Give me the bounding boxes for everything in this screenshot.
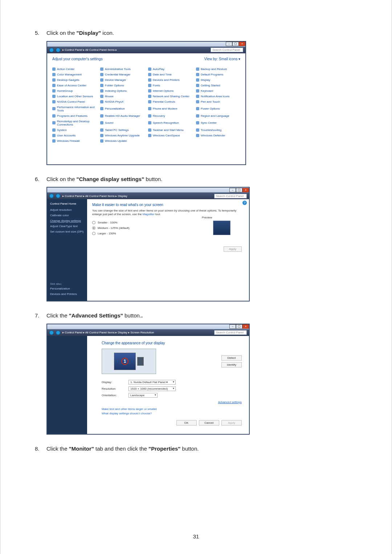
identify-button[interactable]: Identify — [221, 362, 242, 368]
control-panel-item-action-center[interactable]: Action Center — [52, 67, 97, 71]
link-make-text-larger[interactable]: Make text and other items larger or smal… — [102, 407, 242, 411]
control-panel-item-desktop-gadgets[interactable]: Desktop Gadgets — [52, 78, 97, 82]
control-panel-item-programs-and-features[interactable]: Programs and Features — [52, 114, 97, 118]
minimize-icon[interactable]: – — [226, 42, 232, 46]
control-panel-item-homegroup[interactable]: HomeGroup — [52, 89, 97, 93]
control-panel-item-power-options[interactable]: Power Options — [196, 106, 240, 112]
maximize-icon[interactable]: ▢ — [232, 42, 239, 46]
sidebar-link-calibrate-color[interactable]: Calibrate color — [50, 214, 84, 217]
cancel-button[interactable]: Cancel — [199, 420, 219, 426]
control-panel-item-ease-of-access-center[interactable]: Ease of Access Center — [52, 84, 97, 87]
display-preview-box[interactable]: 1 — [102, 349, 156, 374]
control-panel-item-sound[interactable]: Sound — [100, 120, 144, 126]
control-panel-item-device-manager[interactable]: Device Manager — [100, 78, 144, 82]
control-panel-item-windows-anytime-upgrade[interactable]: Windows Anytime Upgrade — [100, 134, 144, 137]
control-panel-item-folder-options[interactable]: Folder Options — [100, 84, 144, 87]
control-panel-item-backup-and-restore[interactable]: Backup and Restore — [196, 67, 240, 71]
control-panel-item-taskbar-and-start-menu[interactable]: Taskbar and Start Menu — [148, 128, 192, 132]
control-panel-item-display[interactable]: Display — [196, 78, 240, 82]
forward-icon[interactable] — [56, 48, 60, 52]
control-panel-item-fonts[interactable]: Fonts — [148, 84, 192, 87]
see-also-personalization[interactable]: Personalization — [50, 287, 77, 290]
link-what-display-settings[interactable]: What display settings should I choose? — [102, 412, 242, 415]
search-input[interactable]: Search Control Panel — [214, 330, 247, 335]
control-panel-item-mouse[interactable]: Mouse — [100, 95, 144, 98]
detect-button[interactable]: Detect — [221, 355, 242, 361]
search-input[interactable]: Search Control Panel — [211, 48, 243, 52]
control-panel-item-color-management[interactable]: Color Management — [52, 73, 97, 76]
control-panel-item-credential-manager[interactable]: Credential Manager — [100, 73, 144, 76]
sidebar-link-cleartype[interactable]: Adjust ClearType text — [50, 225, 84, 228]
breadcrumb[interactable]: ▸ Control Panel ▸ All Control Panel Item… — [62, 331, 154, 334]
maximize-icon[interactable]: ▢ — [236, 188, 242, 192]
search-input[interactable]: Search Control Panel — [214, 194, 247, 198]
view-by-selector[interactable]: View by: Small icons ▾ — [204, 57, 240, 61]
monitor-1-icon[interactable]: 1 — [114, 353, 136, 370]
close-icon[interactable]: × — [242, 324, 249, 329]
control-panel-item-recovery[interactable]: Recovery — [148, 114, 192, 118]
back-icon[interactable] — [49, 194, 54, 198]
apply-button[interactable]: Apply — [221, 420, 242, 426]
control-panel-item-personalization[interactable]: Personalization — [100, 106, 144, 112]
ok-button[interactable]: OK — [176, 420, 197, 426]
control-panel-home-link[interactable]: Control Panel Home — [50, 202, 84, 205]
control-panel-item-administrative-tools[interactable]: Administrative Tools — [100, 67, 144, 71]
control-panel-item-tablet-pc-settings[interactable]: Tablet PC Settings — [100, 128, 144, 132]
forward-icon[interactable] — [56, 194, 60, 198]
control-panel-item-windows-defender[interactable]: Windows Defender — [196, 134, 240, 137]
control-panel-item-parental-controls[interactable]: Parental Controls — [148, 100, 192, 103]
radio-larger[interactable] — [92, 232, 95, 235]
control-panel-item-realtek-hd-audio-manager[interactable]: Realtek HD Audio Manager — [100, 114, 144, 118]
control-panel-item-date-and-time[interactable]: Date and Time — [148, 73, 192, 76]
control-panel-item-autoplay[interactable]: AutoPlay — [148, 67, 192, 71]
control-panel-item-remoteapp-and-desktop-connections[interactable]: RemoteApp and Desktop Connections — [52, 120, 97, 126]
maximize-icon[interactable]: ▢ — [236, 324, 242, 329]
sidebar-link-custom-dpi[interactable]: Set custom text size (DPI) — [50, 230, 84, 233]
magnifier-link[interactable]: Magnifier — [143, 213, 155, 216]
control-panel-item-phone-and-modem[interactable]: Phone and Modem — [148, 106, 192, 112]
control-panel-item-user-accounts[interactable]: User Accounts — [52, 134, 97, 137]
control-panel-item-location-and-other-sensors[interactable]: Location and Other Sensors — [52, 95, 97, 98]
control-panel-item-troubleshooting[interactable]: Troubleshooting — [196, 128, 240, 132]
minimize-icon[interactable]: – — [229, 324, 236, 329]
control-panel-item-nvidia-physx[interactable]: NVIDIA PhysX — [100, 100, 144, 103]
control-panel-item-indexing-options[interactable]: Indexing Options — [100, 89, 144, 93]
radio-medium[interactable] — [92, 226, 95, 230]
radio-smaller[interactable] — [92, 221, 95, 224]
close-icon[interactable]: × — [242, 188, 249, 192]
breadcrumb[interactable]: ▸ Control Panel ▸ All Control Panel Item… — [62, 48, 117, 52]
control-panel-item-windows-firewall[interactable]: Windows Firewall — [52, 139, 97, 143]
sidebar-link-adjust-resolution[interactable]: Adjust resolution — [50, 208, 84, 212]
monitor-2-icon[interactable] — [137, 357, 144, 366]
control-panel-item-performance-information-and-tools[interactable]: Performance Information and Tools — [52, 106, 97, 112]
control-panel-item-nvidia-control-panel[interactable]: NVIDIA Control Panel — [52, 100, 97, 103]
breadcrumb[interactable]: ▸ Control Panel ▸ All Control Panel Item… — [62, 194, 127, 198]
close-icon[interactable]: × — [239, 42, 245, 46]
resolution-dropdown[interactable]: 1920 × 1080 (recommended) — [128, 386, 176, 391]
control-panel-item-keyboard[interactable]: Keyboard — [196, 89, 240, 93]
orientation-dropdown[interactable]: Landscape — [128, 393, 158, 398]
control-panel-item-windows-update[interactable]: Windows Update — [100, 139, 144, 143]
see-also-devices-printers[interactable]: Devices and Printers — [50, 292, 77, 296]
apply-button[interactable]: Apply — [224, 246, 242, 252]
advanced-settings-link[interactable]: Advanced settings — [218, 401, 242, 404]
display-dropdown[interactable]: 1. Nvidia Default Flat Panel ▾ — [128, 380, 176, 385]
forward-icon[interactable] — [56, 331, 60, 335]
control-panel-item-label: Windows Firewall — [57, 139, 79, 143]
control-panel-item-internet-options[interactable]: Internet Options — [148, 89, 192, 93]
back-icon[interactable] — [49, 48, 54, 52]
control-panel-item-system[interactable]: System — [52, 128, 97, 132]
control-panel-item-network-and-sharing-center[interactable]: Network and Sharing Center — [148, 95, 192, 98]
control-panel-item-devices-and-printers[interactable]: Devices and Printers — [148, 78, 192, 82]
control-panel-item-notification-area-icons[interactable]: Notification Area Icons — [196, 95, 240, 98]
control-panel-item-pen-and-touch[interactable]: Pen and Touch — [196, 100, 240, 103]
control-panel-item-default-programs[interactable]: Default Programs — [196, 73, 240, 76]
sidebar-link-change-display-settings[interactable]: Change display settings — [50, 219, 84, 222]
control-panel-item-windows-cardspace[interactable]: Windows CardSpace — [148, 134, 192, 137]
control-panel-item-getting-started[interactable]: Getting Started — [196, 84, 240, 87]
back-icon[interactable] — [49, 331, 54, 335]
control-panel-item-region-and-language[interactable]: Region and Language — [196, 114, 240, 118]
minimize-icon[interactable]: – — [229, 188, 236, 192]
control-panel-item-sync-center[interactable]: Sync Center — [196, 120, 240, 126]
control-panel-item-speech-recognition[interactable]: Speech Recognition — [148, 120, 192, 126]
